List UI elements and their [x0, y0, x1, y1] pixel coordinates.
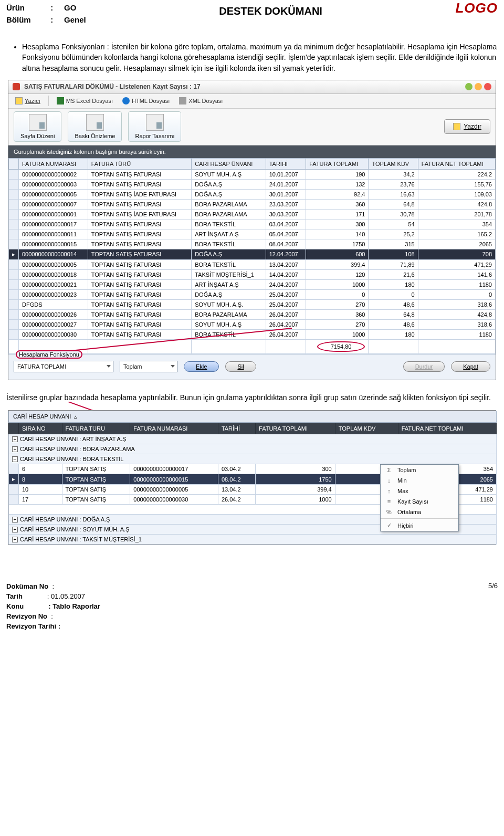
- yazici-button[interactable]: Yazıcı: [12, 96, 44, 106]
- durdur-button[interactable]: Durdur: [403, 361, 445, 372]
- table-row[interactable]: 00000000000000017TOPTAN SATIŞ FATURASIBO…: [9, 219, 496, 229]
- menu-icon: %: [385, 509, 393, 515]
- table-row[interactable]: 00000000000000023TOPTAN SATIŞ FATURASIDO…: [9, 289, 496, 299]
- meta-bolum-label: Bölüm: [6, 14, 48, 26]
- column-header[interactable]: TARİHİ: [218, 423, 255, 434]
- menu-item-toplam[interactable]: ΣToplam: [381, 465, 458, 475]
- xml-button[interactable]: XML Dosyası: [175, 96, 226, 106]
- table-row[interactable]: 00000000000000003TOPTAN SATIŞ FATURASIDO…: [9, 179, 496, 189]
- window-titlebar: SATIŞ FATURALARI DÖKÜMÜ - Listelenen Kay…: [8, 80, 496, 94]
- column-header[interactable]: FATURA TÜRÜ: [62, 423, 130, 434]
- chevron-down-icon: [171, 365, 175, 368]
- column-header[interactable]: TARİHİ: [266, 158, 306, 169]
- minus-icon[interactable]: −: [12, 456, 18, 462]
- column-header[interactable]: FATURA TOPLAMI: [306, 158, 369, 169]
- printer-icon: [453, 123, 460, 130]
- group-row[interactable]: −CARİ HESAP ÜNVANI : BORA TEKSTİL: [9, 454, 497, 464]
- screenshot-1: SATIŞ FATURALARI DÖKÜMÜ - Listelenen Kay…: [8, 80, 496, 380]
- table-row[interactable]: 00000000000000007TOPTAN SATIŞ FATURASIBO…: [9, 199, 496, 209]
- table-row[interactable]: ▸00000000000000014TOPTAN SATIŞ FATURASID…: [9, 249, 496, 259]
- menu-icon: ↑: [385, 488, 393, 494]
- menu-item-kayıt sayısı[interactable]: ≡Kayıt Sayısı: [381, 496, 458, 507]
- baski-onizleme-button[interactable]: Baskı Önizleme: [68, 111, 122, 142]
- table-row[interactable]: 00000000000000001TOPTAN SATIŞ İADE FATUR…: [9, 209, 496, 219]
- html-icon: [122, 97, 130, 104]
- meta-urun-value: GO: [64, 3, 76, 12]
- column-header[interactable]: FATURA NET TOPLAMI: [418, 158, 495, 169]
- table-row[interactable]: 00000000000000005TOPTAN SATIŞ FATURASIBO…: [9, 259, 496, 269]
- excel-button[interactable]: MS Excel Dosyası: [53, 96, 117, 106]
- column-header[interactable]: FATURA NUMARASI: [130, 423, 218, 434]
- maximize-icon[interactable]: [475, 83, 482, 90]
- table-row[interactable]: DFGDSTOPTAN SATIŞ FATURASISOYUT MÜH. A.Ş…: [9, 299, 496, 309]
- column-header[interactable]: FATURA TOPLAMI: [256, 423, 335, 434]
- excel-icon: [57, 97, 64, 104]
- ekle-button[interactable]: Ekle: [184, 361, 219, 372]
- sum-row: 7154,80: [9, 339, 496, 353]
- report-design-icon: [146, 114, 164, 131]
- report-toolbar: Sayfa Düzeni Baskı Önizleme Rapor Tasarı…: [8, 109, 496, 145]
- column-header[interactable]: FATURA NUMARASI: [19, 158, 88, 169]
- menu-icon: Σ: [385, 467, 393, 473]
- logo: LOGO: [455, 0, 498, 16]
- minimize-icon[interactable]: [465, 83, 472, 90]
- window-title: SATIŞ FATURALARI DÖKÜMÜ - Listelenen Kay…: [24, 83, 201, 90]
- sum-value: 7154,80: [317, 341, 365, 352]
- table-row[interactable]: 00000000000000030TOPTAN SATIŞ FATURASIBO…: [9, 329, 496, 339]
- hesaplama-panel: Hesaplama Fonksiyonu FATURA TOPLAMI Topl…: [8, 354, 496, 380]
- column-header[interactable]: TOPLAM KDV: [335, 423, 398, 434]
- sayfa-duzeni-button[interactable]: Sayfa Düzeni: [14, 111, 61, 142]
- table-row[interactable]: 00000000000000002TOPTAN SATIŞ FATURASISO…: [9, 169, 496, 179]
- rapor-tasarimi-button[interactable]: Rapor Tasarımı: [128, 111, 181, 142]
- chevron-down-icon: [107, 365, 111, 368]
- group-row[interactable]: +CARİ HESAP ÜNVANI : BORA PAZARLAMA: [9, 444, 497, 454]
- xml-icon: [179, 97, 186, 104]
- sil-button[interactable]: Sil: [225, 361, 256, 372]
- page-setup-icon: [29, 114, 47, 131]
- bullet-hesaplama: Hesaplama Fonksiyonları : İstenilen bir …: [22, 41, 498, 74]
- table-row[interactable]: 00000000000000015TOPTAN SATIŞ FATURASIBO…: [9, 239, 496, 249]
- plus-icon[interactable]: +: [12, 436, 18, 442]
- plus-icon[interactable]: +: [12, 517, 18, 522]
- operation-combo[interactable]: Toplam: [120, 361, 177, 372]
- table-row[interactable]: 00000000000000018TOPTAN SATIŞ FATURASITA…: [9, 269, 496, 279]
- menu-item-min[interactable]: ↓Min: [381, 475, 458, 486]
- column-header[interactable]: CARİ HESAP ÜNVANI: [192, 158, 266, 169]
- meta-urun-label: Ürün: [6, 2, 48, 14]
- plus-icon[interactable]: +: [12, 527, 18, 532]
- table-row[interactable]: 00000000000000005TOPTAN SATIŞ İADE FATUR…: [9, 189, 496, 199]
- group-drop-hint[interactable]: Guruplamak istediğiniz kolonun başlığını…: [8, 145, 496, 158]
- table-row[interactable]: 00000000000000026TOPTAN SATIŞ FATURASIBO…: [9, 309, 496, 319]
- doc-meta: Ürün : GO Bölüm : Genel: [6, 2, 86, 26]
- column-combo[interactable]: FATURA TOPLAMI: [14, 361, 113, 372]
- column-header[interactable]: TOPLAM KDV: [369, 158, 418, 169]
- table-row[interactable]: 00000000000000027TOPTAN SATIŞ FATURASISO…: [9, 319, 496, 329]
- plus-icon[interactable]: +: [12, 446, 18, 452]
- screenshot-2: CARİ HESAP ÜNVANI ▵ SIRA NOFATURA TÜRÜFA…: [8, 410, 496, 545]
- html-button[interactable]: HTML Dosyası: [119, 96, 173, 106]
- grouped-by-header[interactable]: CARİ HESAP ÜNVANI ▵: [8, 411, 497, 423]
- column-header[interactable]: SIRA NO: [19, 423, 62, 434]
- menu-item-max[interactable]: ↑Max: [381, 486, 458, 496]
- column-header[interactable]: FATURA NET TOPLAMI: [398, 423, 496, 434]
- menu-item-hiçbiri[interactable]: ✓Hiçbiri: [381, 520, 458, 531]
- page-number: 5/6: [488, 582, 498, 631]
- data-grid[interactable]: FATURA NUMARASIFATURA TÜRÜCARİ HESAP ÜNV…: [8, 158, 496, 354]
- group-row[interactable]: +CARİ HESAP ÜNVANI : TAKSİT MÜŞTERİSİ_1: [9, 535, 497, 545]
- yazdir-button[interactable]: Yazdır: [444, 119, 490, 134]
- page-footer: Doküman No : Tarih : 01.05.2007 Konu : T…: [6, 582, 498, 631]
- kapat-button[interactable]: Kapat: [451, 361, 490, 372]
- plus-icon[interactable]: +: [12, 537, 18, 542]
- group-row[interactable]: +CARİ HESAP ÜNVANI : ART İNŞAAT A.Ş: [9, 434, 497, 444]
- column-header[interactable]: FATURA TÜRÜ: [88, 158, 191, 169]
- export-toolbar: Yazıcı MS Excel Dosyası HTML Dosyası XML…: [8, 94, 496, 109]
- context-menu[interactable]: ΣToplam↓Min↑Max≡Kayıt Sayısı%Ortalama✓Hi…: [380, 464, 459, 531]
- menu-item-ortalama[interactable]: %Ortalama: [381, 507, 458, 517]
- menu-icon: ✓: [385, 522, 393, 529]
- preview-icon: [86, 114, 104, 131]
- app-icon: [13, 83, 20, 90]
- table-row[interactable]: 00000000000000011TOPTAN SATIŞ FATURASIAR…: [9, 229, 496, 239]
- table-row[interactable]: 00000000000000021TOPTAN SATIŞ FATURASIAR…: [9, 279, 496, 289]
- printer-icon: [15, 97, 23, 104]
- close-icon[interactable]: [484, 83, 491, 90]
